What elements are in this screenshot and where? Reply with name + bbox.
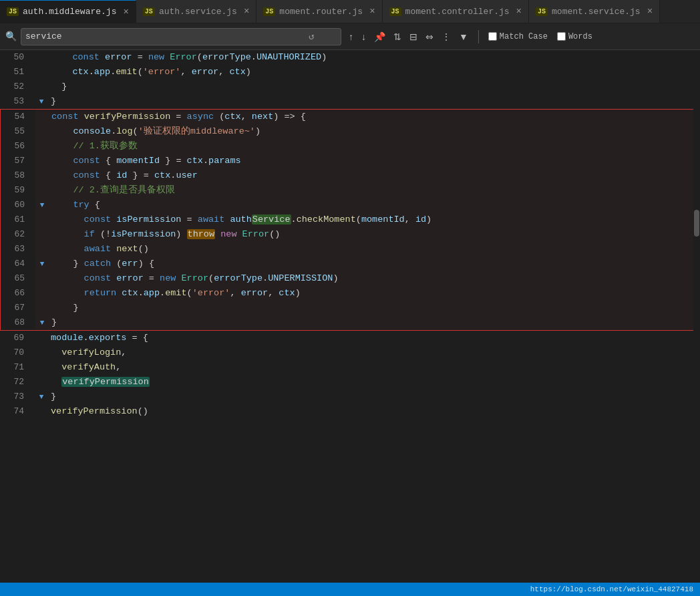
line-gutter-53: ▼ <box>35 94 48 109</box>
line-content-61: const isPermission = await authService.c… <box>49 212 699 227</box>
search-next-button[interactable]: ↓ <box>358 30 369 43</box>
js-icon-3: JS <box>263 7 275 16</box>
code-line-54: 54 const verifyPermission = async (ctx, … <box>1 110 699 124</box>
search-prev-button[interactable]: ↑ <box>345 30 357 43</box>
code-line-64: 64 ▼ } catch (err) { <box>1 257 699 271</box>
code-line-57: 57 const { momentId } = ctx.params <box>1 154 699 168</box>
line-gutter-68: ▼ <box>35 315 49 330</box>
line-number-66: 66 <box>1 286 35 301</box>
search-bar: 🔍 ↺ ↑ ↓ 📌 ⇅ ⊟ ⇔ ⋮ ▼ Match Case Words <box>0 23 700 50</box>
tab-close-auth-middleware[interactable]: × <box>123 7 128 17</box>
whole-words-option[interactable]: Words <box>554 31 595 43</box>
line-content-63: await next() <box>49 242 699 257</box>
line-content-71: verifyAuth, <box>48 360 700 375</box>
tab-close-moment-router[interactable]: × <box>369 6 375 17</box>
search-option-button[interactable]: ⋮ <box>438 30 454 43</box>
tab-close-auth-service[interactable]: × <box>244 6 249 17</box>
search-refresh-icon[interactable]: ↺ <box>309 31 314 42</box>
match-case-checkbox[interactable] <box>488 32 497 41</box>
line-content-72: verifyPermission <box>48 375 700 390</box>
tab-moment-service[interactable]: JS moment.service.js × <box>529 0 660 23</box>
tab-moment-router[interactable]: JS moment.router.js × <box>256 0 382 23</box>
line-gutter-67 <box>35 301 49 315</box>
line-content-60: try { <box>49 198 699 212</box>
line-content-66: return ctx.app.emit('error', error, ctx) <box>49 286 699 301</box>
line-number-58: 58 <box>1 168 35 183</box>
code-line-60: 60 ▼ try { <box>1 198 699 212</box>
line-number-69: 69 <box>0 331 35 345</box>
tab-close-moment-service[interactable]: × <box>647 6 653 17</box>
line-number-70: 70 <box>0 345 35 360</box>
tab-moment-controller[interactable]: JS moment.controller.js × <box>383 0 529 23</box>
search-input-wrap: ↺ <box>21 28 341 45</box>
line-number-68: 68 <box>1 315 35 330</box>
line-content-50: const error = new Error(errorType.UNAUTH… <box>48 50 700 65</box>
code-line-62: 62 if (!isPermission) throw new Error() <box>1 227 699 242</box>
js-icon-5: JS <box>536 7 548 16</box>
line-number-50: 50 <box>0 50 35 65</box>
line-content-67: } <box>49 301 699 315</box>
line-content-64: } catch (err) { <box>49 257 699 271</box>
line-number-64: 64 <box>1 257 35 271</box>
line-content-53: } <box>48 94 700 109</box>
line-gutter-62 <box>35 227 49 242</box>
line-content-58: const { id } = ctx.user <box>49 168 699 183</box>
line-number-63: 63 <box>1 242 35 257</box>
line-content-73: } <box>48 390 700 404</box>
js-icon: JS <box>7 7 19 16</box>
tab-auth-middleware[interactable]: JS auth.middleware.js × <box>0 0 136 23</box>
code-line-55: 55 console.log('验证权限的middleware~') <box>1 124 699 139</box>
scrollbar-thumb[interactable] <box>694 210 699 237</box>
code-line-53: 53 ▼ } <box>0 94 700 109</box>
code-area: 50 const error = new Error(errorType.UNA… <box>0 50 700 583</box>
code-line-70: 70 verifyLogin, <box>0 345 700 360</box>
search-filter-button[interactable]: ▼ <box>456 30 472 43</box>
line-gutter-55 <box>35 124 49 139</box>
line-gutter-65 <box>35 271 49 286</box>
line-number-73: 73 <box>0 390 35 404</box>
line-gutter-56 <box>35 139 49 154</box>
match-case-option[interactable]: Match Case <box>486 31 550 43</box>
line-number-51: 51 <box>0 65 35 80</box>
status-bar: https://blog.csdn.net/weixin_44827418 <box>0 583 700 596</box>
line-number-62: 62 <box>1 227 35 242</box>
line-content-74: verifyPermission() <box>48 404 700 419</box>
search-collapse-button[interactable]: ⊟ <box>406 30 421 43</box>
line-gutter-72 <box>35 375 48 390</box>
search-expand-button[interactable]: ⇅ <box>390 30 405 43</box>
line-content-51: ctx.app.emit('error', error, ctx) <box>48 65 700 80</box>
tab-auth-service[interactable]: JS auth.service.js × <box>136 0 256 23</box>
js-icon-4: JS <box>389 7 401 16</box>
line-gutter-61 <box>35 212 49 227</box>
line-content-62: if (!isPermission) throw new Error() <box>49 227 699 242</box>
whole-words-checkbox[interactable] <box>557 32 566 41</box>
line-gutter-74 <box>35 404 48 419</box>
code-line-67: 67 } <box>1 301 699 315</box>
line-gutter-50 <box>35 50 48 65</box>
line-number-72: 72 <box>0 375 35 390</box>
line-gutter-60: ▼ <box>35 198 49 212</box>
code-line-63: 63 await next() <box>1 242 699 257</box>
code-line-51: 51 ctx.app.emit('error', error, ctx) <box>0 65 700 80</box>
line-gutter-70 <box>35 345 48 360</box>
line-content-65: const error = new Error(errorType.UNPERM… <box>49 271 699 286</box>
line-gutter-66 <box>35 286 49 301</box>
scrollbar[interactable] <box>693 50 700 583</box>
line-content-68: } <box>49 315 699 330</box>
line-content-54: const verifyPermission = async (ctx, nex… <box>49 110 699 124</box>
code-line-72: 72 verifyPermission <box>0 375 700 390</box>
whole-words-label: Words <box>568 32 592 41</box>
tab-close-moment-controller[interactable]: × <box>516 6 522 17</box>
search-icon: 🔍 <box>5 31 17 42</box>
search-pin-button[interactable]: 📌 <box>371 30 389 43</box>
code-line-52: 52 } <box>0 80 700 94</box>
search-wrap-button[interactable]: ⇔ <box>422 30 437 43</box>
line-gutter-57 <box>35 154 49 168</box>
line-gutter-54 <box>35 110 49 124</box>
search-input[interactable] <box>25 31 306 41</box>
line-gutter-73: ▼ <box>35 390 48 404</box>
highlighted-block: 54 const verifyPermission = async (ctx, … <box>0 109 700 331</box>
line-number-55: 55 <box>1 124 35 139</box>
line-number-60: 60 <box>1 198 35 212</box>
line-number-67: 67 <box>1 301 35 315</box>
